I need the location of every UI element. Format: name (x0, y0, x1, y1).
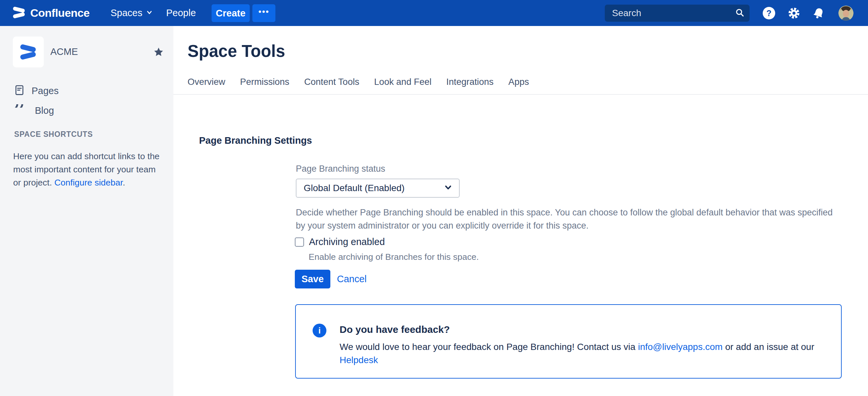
space-logo[interactable] (13, 36, 44, 67)
cancel-link[interactable]: Cancel (337, 270, 367, 289)
feedback-text-part1: We would love to hear your feedback on P… (340, 342, 638, 352)
tab-apps[interactable]: Apps (508, 77, 529, 87)
nav-spaces-label: Spaces (111, 7, 143, 19)
helpdesk-link[interactable]: Helpdesk (340, 355, 378, 365)
global-search (605, 5, 749, 22)
help-icon[interactable]: ? (763, 7, 775, 20)
sidebar-item-label: Pages (32, 86, 59, 96)
top-navigation-bar: Confluence Spaces People Create ••• ? (0, 0, 868, 26)
archiving-enabled-row: Archiving enabled (295, 236, 385, 248)
space-tools-tabs: Overview Permissions Content Tools Look … (188, 77, 529, 87)
configure-sidebar-link[interactable]: Configure sidebar (54, 177, 123, 188)
pages-document-icon (14, 85, 25, 97)
more-menu-button[interactable]: ••• (252, 4, 275, 22)
chevron-down-icon (146, 7, 153, 19)
status-field-label: Page Branching status (296, 164, 385, 174)
sidebar-item-pages[interactable]: Pages (14, 85, 59, 97)
nav-people-label: People (166, 7, 196, 19)
tab-content-tools[interactable]: Content Tools (304, 77, 359, 87)
page-branching-status-select[interactable]: Global Default (Enabled) (296, 178, 460, 198)
tab-overview[interactable]: Overview (188, 77, 225, 87)
feedback-body: We would love to hear your feedback on P… (340, 340, 826, 367)
email-link[interactable]: info@livelyapps.com (638, 342, 722, 352)
search-input[interactable] (605, 8, 735, 19)
settings-section-heading: Page Branching Settings (199, 135, 312, 146)
feedback-panel: i Do you have feedback? We would love to… (295, 304, 842, 378)
tab-integrations[interactable]: Integrations (446, 77, 494, 87)
confluence-space-tools-screen: Confluence Spaces People Create ••• ? (0, 0, 868, 396)
nav-people-link[interactable]: People (166, 0, 196, 26)
user-avatar[interactable] (838, 6, 854, 21)
archiving-enabled-checkbox[interactable] (295, 237, 304, 247)
nav-spaces-menu[interactable]: Spaces (111, 0, 153, 26)
brand-name: Confluence (30, 7, 90, 20)
page-title: Space Tools (188, 41, 285, 61)
archiving-enabled-label: Archiving enabled (309, 236, 385, 248)
feedback-heading: Do you have feedback? (340, 324, 450, 335)
info-icon: i (313, 324, 327, 337)
search-icon[interactable] (735, 8, 744, 19)
archiving-help-text: Enable archiving of Branches for this sp… (309, 252, 479, 262)
shortcuts-text-part2: . (123, 177, 125, 188)
create-button[interactable]: Create (212, 4, 250, 22)
tab-permissions[interactable]: Permissions (240, 77, 289, 87)
space-name[interactable]: ACME (50, 46, 78, 57)
notifications-bell-icon[interactable] (812, 7, 825, 21)
sidebar-item-label: Blog (35, 105, 54, 116)
blog-quote-icon: ” (13, 104, 28, 117)
chevron-down-icon (444, 183, 453, 193)
sidebar-item-blog[interactable]: ” Blog (13, 104, 54, 117)
main-content: Space Tools Overview Permissions Content… (174, 26, 868, 396)
space-shortcuts-heading: SPACE SHORTCUTS (14, 130, 93, 139)
confluence-logo-icon (12, 5, 26, 21)
feedback-text-part2: or add an issue at our (722, 342, 814, 352)
settings-gear-icon[interactable] (787, 6, 801, 21)
tab-look-and-feel[interactable]: Look and Feel (374, 77, 431, 87)
favorite-star-icon[interactable] (153, 47, 164, 59)
selected-option: Global Default (Enabled) (297, 183, 444, 193)
confluence-home-link[interactable]: Confluence (12, 0, 90, 26)
status-field-description: Decide whether Page Branching should be … (296, 206, 835, 232)
space-shortcuts-text: Here you can add shortcut links to the m… (13, 150, 162, 189)
space-sidebar: ACME Pages ” Blog SPACE SHORTCUTS Here y… (0, 26, 174, 396)
tabs-divider (174, 94, 868, 95)
save-button[interactable]: Save (295, 270, 330, 289)
